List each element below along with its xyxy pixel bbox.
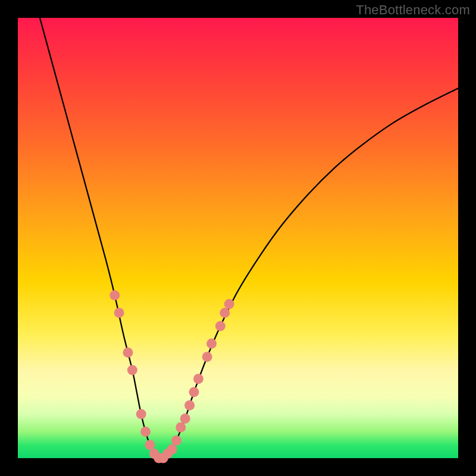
data-marker [224, 299, 234, 309]
data-marker [127, 365, 137, 375]
watermark-text: TheBottleneck.com [356, 2, 470, 18]
data-marker [220, 308, 230, 318]
data-marker [145, 440, 155, 450]
data-marker [215, 321, 226, 331]
data-marker [171, 436, 181, 446]
data-marker [167, 444, 177, 455]
data-marker [202, 352, 212, 362]
marker-group [109, 290, 234, 464]
data-marker [193, 374, 203, 384]
data-marker [136, 409, 146, 419]
plot-area [18, 18, 458, 458]
bottleneck-curve [40, 18, 458, 459]
data-marker [176, 422, 186, 433]
data-marker [189, 387, 199, 397]
data-marker [140, 427, 151, 437]
chart-svg [18, 18, 458, 458]
data-marker [109, 290, 120, 300]
data-marker [206, 339, 217, 349]
data-marker [184, 400, 195, 411]
data-marker [123, 347, 133, 358]
data-marker [180, 414, 190, 424]
data-marker [114, 308, 124, 318]
chart-frame: TheBottleneck.com [0, 0, 476, 476]
